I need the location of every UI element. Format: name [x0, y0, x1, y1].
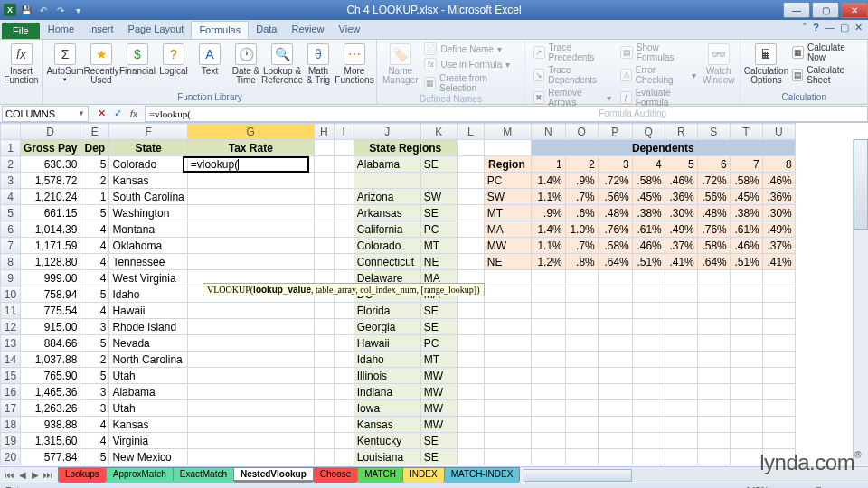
- cell[interactable]: [187, 368, 314, 384]
- hscroll-thumb[interactable]: [524, 469, 632, 482]
- cell[interactable]: SE: [420, 319, 457, 335]
- sheet-nav-first[interactable]: ⏮: [4, 470, 16, 480]
- row-header-20[interactable]: 20: [1, 449, 21, 465]
- cell[interactable]: MW: [420, 384, 457, 400]
- cell[interactable]: [314, 449, 334, 465]
- cell[interactable]: 5: [80, 335, 109, 352]
- cell[interactable]: .61%: [730, 221, 762, 238]
- cell[interactable]: [314, 368, 334, 384]
- cell[interactable]: 5: [80, 156, 109, 173]
- cell[interactable]: .9%: [531, 205, 565, 221]
- cell[interactable]: [697, 433, 730, 449]
- cell[interactable]: [457, 335, 484, 352]
- cell[interactable]: [565, 368, 598, 384]
- cell[interactable]: [697, 335, 730, 352]
- cell[interactable]: [598, 417, 632, 433]
- cell[interactable]: [484, 270, 531, 286]
- cell[interactable]: .48%: [598, 205, 632, 221]
- row-header-11[interactable]: 11: [1, 303, 21, 319]
- cell[interactable]: [697, 400, 730, 417]
- cell[interactable]: MA: [484, 221, 531, 238]
- cell[interactable]: Nevada: [109, 335, 187, 352]
- logical-button[interactable]: ?Logical: [157, 42, 190, 76]
- cell[interactable]: MW: [484, 238, 531, 254]
- vertical-scrollbar[interactable]: [853, 139, 868, 466]
- row-header-17[interactable]: 17: [1, 400, 21, 417]
- cell[interactable]: 5: [80, 449, 109, 465]
- define-name-button[interactable]: 📄Define Name ▾: [421, 42, 518, 56]
- doc-restore-button[interactable]: ▢: [840, 22, 849, 33]
- cell[interactable]: [334, 352, 354, 368]
- cell[interactable]: [531, 270, 565, 286]
- cell[interactable]: 5: [80, 368, 109, 384]
- cell[interactable]: 1,171.59: [21, 238, 80, 254]
- column-header-S[interactable]: S: [697, 124, 730, 140]
- cell[interactable]: 1.4%: [531, 221, 565, 238]
- cell[interactable]: [632, 270, 665, 286]
- cell[interactable]: [314, 400, 334, 417]
- cell[interactable]: [457, 205, 484, 221]
- row-header-16[interactable]: 16: [1, 384, 21, 400]
- row-header-15[interactable]: 15: [1, 368, 21, 384]
- column-header-O[interactable]: O: [565, 124, 598, 140]
- cell[interactable]: [314, 173, 334, 189]
- cell[interactable]: 1,315.60: [21, 433, 80, 449]
- cell[interactable]: [762, 286, 795, 303]
- cell[interactable]: [334, 221, 354, 238]
- cell[interactable]: [187, 303, 314, 319]
- cell[interactable]: .30%: [762, 205, 795, 221]
- row-header-13[interactable]: 13: [1, 335, 21, 352]
- cell[interactable]: 999.00: [21, 270, 80, 286]
- cell[interactable]: .38%: [632, 205, 665, 221]
- cell[interactable]: Kentucky: [354, 433, 420, 449]
- cell[interactable]: MW: [420, 368, 457, 384]
- cell[interactable]: 4: [80, 254, 109, 270]
- cell[interactable]: [457, 173, 484, 189]
- cell[interactable]: [187, 433, 314, 449]
- cell[interactable]: 4: [80, 433, 109, 449]
- cell[interactable]: Colorado: [109, 156, 187, 173]
- row-header-3[interactable]: 3: [1, 173, 21, 189]
- row-header-7[interactable]: 7: [1, 238, 21, 254]
- cell[interactable]: [665, 303, 697, 319]
- cell[interactable]: [565, 449, 598, 465]
- cell[interactable]: .46%: [730, 238, 762, 254]
- cell[interactable]: [565, 400, 598, 417]
- cell[interactable]: .46%: [762, 173, 795, 189]
- cell[interactable]: [484, 303, 531, 319]
- cell[interactable]: SE: [420, 156, 457, 173]
- cell[interactable]: [314, 254, 334, 270]
- financial-button[interactable]: $Financial: [121, 42, 154, 76]
- cell[interactable]: [334, 254, 354, 270]
- cell[interactable]: [730, 270, 762, 286]
- cell[interactable]: [730, 286, 762, 303]
- cell[interactable]: [565, 352, 598, 368]
- formula-input[interactable]: [145, 106, 868, 122]
- cell[interactable]: [187, 417, 314, 433]
- cell[interactable]: [334, 449, 354, 465]
- cell[interactable]: [314, 303, 334, 319]
- cell[interactable]: [457, 319, 484, 335]
- autosum-button[interactable]: ΣAutoSum▾: [49, 42, 81, 82]
- cell[interactable]: [632, 352, 665, 368]
- cell[interactable]: SE: [420, 449, 457, 465]
- cell[interactable]: [665, 368, 697, 384]
- cell[interactable]: [531, 368, 565, 384]
- cell[interactable]: [457, 384, 484, 400]
- use-in-formula-button[interactable]: fxUse in Formula ▾: [421, 57, 518, 71]
- cell[interactable]: Rhode Island: [109, 319, 187, 335]
- ribbon-minimize-icon[interactable]: ˄: [802, 22, 807, 33]
- cell[interactable]: [697, 286, 730, 303]
- cell[interactable]: [187, 319, 314, 335]
- cell[interactable]: [531, 319, 565, 335]
- cell[interactable]: 4: [80, 417, 109, 433]
- column-header-N[interactable]: N: [531, 124, 565, 140]
- qat-undo-icon[interactable]: ↶: [36, 3, 51, 17]
- lookup-reference-button[interactable]: 🔍Lookup & Reference: [266, 42, 298, 85]
- cell[interactable]: [565, 384, 598, 400]
- cell[interactable]: SW: [484, 189, 531, 205]
- cell[interactable]: 915.00: [21, 319, 80, 335]
- close-button[interactable]: ✕: [841, 2, 868, 18]
- cell[interactable]: [665, 352, 697, 368]
- column-header-U[interactable]: U: [762, 124, 795, 140]
